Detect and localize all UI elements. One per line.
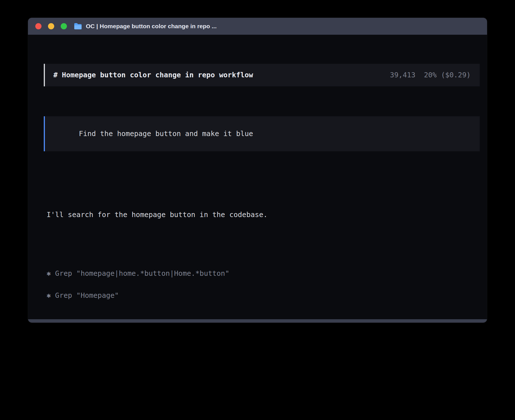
- user-message: Find the homepage button and make it blu…: [44, 116, 480, 151]
- window-bottom-edge: [28, 319, 487, 323]
- zoom-button[interactable]: [61, 23, 67, 29]
- session-header: # Homepage button color change in repo w…: [44, 64, 480, 86]
- close-button[interactable]: [35, 23, 42, 29]
- minimize-button[interactable]: [48, 23, 54, 29]
- tool-call-grep: ✱ Grep "homepage|home.*button|Home.*butt…: [47, 270, 467, 277]
- folder-icon: [74, 23, 82, 30]
- traffic-lights: [35, 23, 67, 29]
- session-title: # Homepage button color change in repo w…: [53, 71, 253, 79]
- titlebar[interactable]: OC | Homepage button color change in rep…: [28, 18, 487, 35]
- assistant-transcript: I'll search for the homepage button in t…: [47, 182, 467, 319]
- token-count: 39,413: [390, 71, 415, 79]
- context-cost: 20% ($0.29): [424, 71, 471, 79]
- user-message-text: Find the homepage button and make it blu…: [79, 130, 253, 138]
- assistant-text: I'll search for the homepage button in t…: [47, 211, 467, 218]
- terminal-window: OC | Homepage button color change in rep…: [28, 18, 487, 323]
- window-title: OC | Homepage button color change in rep…: [86, 23, 217, 30]
- tool-call-grep: ✱ Grep "Homepage": [47, 292, 467, 299]
- session-stats: 39,413 20% ($0.29): [390, 71, 471, 79]
- terminal-content: # Homepage button color change in repo w…: [28, 35, 487, 319]
